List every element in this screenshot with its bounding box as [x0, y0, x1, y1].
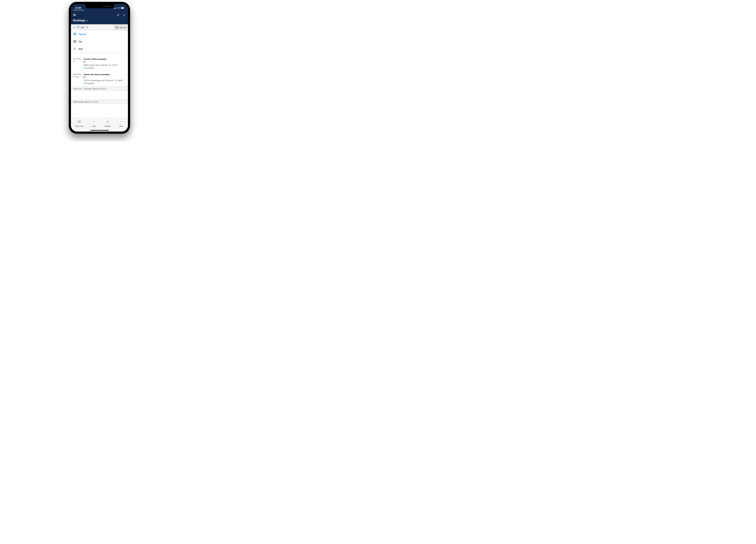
booking-item[interactable]: 04:00 PM 1h 15m Alpine Ski House (sample…: [71, 71, 128, 86]
view-option-map[interactable]: Map: [71, 45, 128, 53]
svg-rect-20: [74, 33, 76, 35]
search-icon[interactable]: [117, 14, 119, 16]
calendar-icon[interactable]: [77, 26, 79, 29]
booking-time: 04:00 PM: [73, 73, 82, 76]
next-month-button[interactable]: [86, 26, 88, 28]
view-option-label: Day: [78, 40, 82, 43]
add-icon[interactable]: ＋: [122, 13, 126, 17]
day-section-header: Wednesday, March 31, 2021: [71, 100, 128, 104]
booking-duration: 2h: [73, 60, 82, 63]
view-switcher-label: Agenda: [119, 26, 126, 29]
booking-duration: 1h 15m: [73, 76, 82, 78]
view-option-agenda[interactable]: Agenda: [71, 30, 128, 38]
status-time: 10:56: [75, 7, 81, 9]
svg-rect-29: [74, 41, 75, 42]
day-section-header: Tomorrow - Tuesday, March 30, 2021: [71, 86, 128, 91]
svg-point-36: [120, 121, 121, 122]
svg-point-37: [121, 121, 121, 122]
booking-address: 2313 B Southampton Rd, Missoula, TX, 580…: [84, 79, 126, 82]
svg-rect-3: [116, 7, 117, 9]
booking-status-label: Scheduled: [85, 82, 94, 85]
back-to-app-link[interactable]: Authenticator: [71, 9, 128, 12]
status-dot-icon: [84, 68, 85, 69]
view-option-day[interactable]: Day: [71, 38, 128, 45]
button-label: Show Chart: [75, 125, 83, 127]
svg-rect-25: [74, 40, 76, 43]
home-indicator[interactable]: [90, 130, 109, 131]
top-toolbar: ＋: [71, 12, 128, 18]
booking-address: 5009 Orange Street, Renton, TX, 20175: [84, 64, 126, 66]
refresh-button[interactable]: Refresh: [105, 119, 111, 127]
booking-status: Scheduled: [84, 82, 126, 85]
button-label: More: [119, 125, 123, 127]
clipped-row: Scheduled: [71, 53, 128, 56]
booking-time: 01:45 PM: [73, 58, 82, 60]
view-switcher-button[interactable]: Agenda: [113, 24, 128, 30]
booking-category: IT: [84, 76, 126, 79]
svg-rect-5: [121, 7, 124, 9]
page-title-selector[interactable]: Bookings: [71, 18, 128, 24]
previous-month-button[interactable]: [73, 26, 75, 28]
menu-icon[interactable]: [73, 14, 76, 16]
date-selector-bar: Apr Agenda: [71, 24, 128, 30]
wifi-icon: [117, 7, 120, 9]
svg-point-30: [74, 48, 75, 48]
svg-point-7: [117, 14, 119, 15]
booking-status-label: Scheduled: [85, 67, 94, 69]
empty-day-slot: [71, 91, 128, 100]
current-month-label: Apr: [81, 26, 84, 29]
svg-point-38: [122, 121, 122, 122]
svg-rect-1: [115, 8, 115, 9]
svg-rect-2: [115, 8, 116, 9]
page-title: Bookings: [73, 19, 85, 22]
button-label: New: [93, 125, 96, 127]
chart-icon: [78, 120, 81, 123]
map-pin-icon: [73, 47, 76, 50]
svg-rect-10: [77, 26, 79, 28]
booking-title: Alpine Ski House (sample): [84, 73, 126, 76]
agenda-icon: [115, 26, 118, 29]
booking-category: IT: [84, 61, 126, 63]
booking-status: Scheduled: [84, 67, 126, 69]
back-to-app-label: Authenticator: [75, 9, 84, 11]
phone-frame: 10:56 Authenticator ＋ Bookings: [69, 2, 130, 134]
device-notch: [85, 4, 114, 8]
status-dot-icon: [84, 83, 85, 84]
svg-line-8: [117, 15, 118, 16]
empty-day-slot: [71, 104, 128, 113]
refresh-icon: [106, 120, 109, 123]
new-button[interactable]: New: [92, 119, 97, 127]
screen: 10:56 Authenticator ＋ Bookings: [71, 4, 128, 131]
booking-title: Fourth Coffee (sample): [84, 58, 126, 61]
ellipsis-icon: [120, 121, 123, 122]
bottom-action-bar: Show Chart New Refresh More: [71, 117, 128, 131]
view-switcher-menu: Agenda Day Map: [71, 30, 128, 53]
more-button[interactable]: More: [119, 119, 124, 127]
signal-icon: [114, 7, 117, 9]
button-label: Refresh: [105, 125, 111, 127]
view-option-label: Agenda: [78, 33, 86, 35]
battery-icon: [121, 7, 125, 9]
agenda-icon: [73, 33, 76, 35]
status-indicators: [114, 7, 125, 9]
svg-rect-6: [124, 8, 125, 8]
agenda-list[interactable]: Scheduled 01:45 PM 2h Fourth Coffee (sam…: [71, 53, 128, 113]
day-icon: [73, 40, 76, 43]
show-chart-button[interactable]: Show Chart: [75, 119, 83, 127]
view-option-label: Map: [78, 48, 83, 50]
chevron-down-icon: [86, 20, 88, 21]
booking-item[interactable]: 01:45 PM 2h Fourth Coffee (sample) IT 50…: [71, 56, 128, 71]
svg-rect-0: [114, 8, 115, 9]
plus-icon: [93, 120, 95, 123]
